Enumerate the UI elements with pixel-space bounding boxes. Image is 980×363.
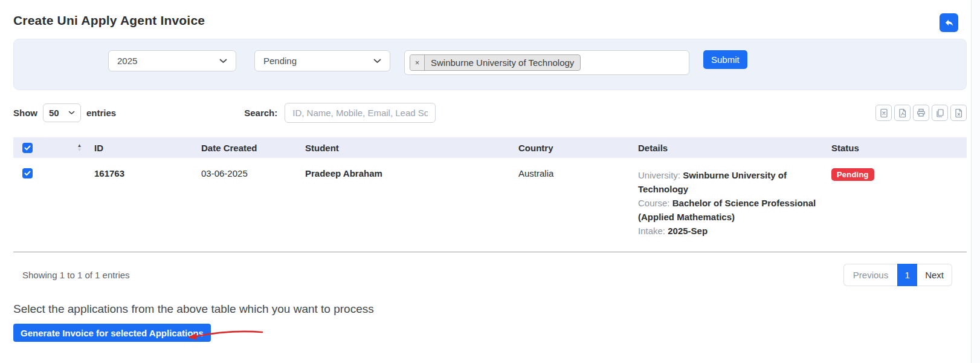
cell-date-created: 03-06-2025	[196, 158, 300, 252]
back-button[interactable]	[940, 13, 958, 32]
cell-details: University: Swinburne University of Tech…	[633, 158, 827, 252]
next-page-button[interactable]: Next	[917, 264, 952, 286]
university-multiselect[interactable]: × Swinburne University of Technology	[404, 50, 689, 75]
page-container: Create Uni Apply Agent Invoice 2025 Pend…	[0, 0, 980, 342]
page-right-edge	[971, 0, 980, 363]
entries-length-select[interactable]: 50	[43, 103, 81, 122]
table-controls-row: Show 50 entries Search:	[13, 103, 967, 123]
status-badge: Pending	[831, 168, 874, 181]
university-tag-label: Swinburne University of Technology	[425, 55, 580, 70]
detail-intake: Intake: 2025-Sep	[638, 224, 819, 238]
current-page-button[interactable]: 1	[897, 264, 917, 286]
row-checkbox[interactable]	[22, 168, 33, 178]
excel-file-icon	[880, 108, 888, 118]
check-icon	[24, 145, 31, 151]
chevron-down-icon	[373, 59, 381, 64]
export-pdf-button[interactable]	[894, 105, 911, 121]
title-row: Create Uni Apply Agent Invoice	[13, 0, 967, 32]
generate-invoice-button[interactable]: Generate Invoice for selected Applicatio…	[13, 324, 211, 342]
export-buttons-group	[875, 105, 967, 121]
year-select[interactable]: 2025	[108, 50, 236, 71]
header-status[interactable]: Status	[827, 137, 967, 158]
filter-bar: 2025 Pending × Swinburne University of T…	[13, 39, 967, 90]
detail-course: Course: Bachelor of Science Professional…	[638, 196, 819, 224]
table-footer-row: Showing 1 to 1 of 1 entries Previous 1 N…	[13, 264, 967, 286]
show-entries-group: Show 50 entries	[13, 103, 116, 122]
sort-control[interactable]: ▲ ▼	[74, 143, 85, 152]
cell-status: Pending	[827, 158, 967, 252]
export-copy-button[interactable]	[932, 105, 948, 121]
header-country[interactable]: Country	[514, 137, 633, 158]
sort-desc-icon: ▼	[77, 148, 82, 152]
printer-icon	[917, 108, 926, 117]
select-all-checkbox[interactable]	[22, 143, 33, 153]
export-excel-button[interactable]	[875, 105, 892, 121]
check-icon	[24, 171, 31, 176]
detail-university: University: Swinburne University of Tech…	[638, 168, 819, 196]
header-details[interactable]: Details	[633, 137, 827, 158]
entries-select-value: 50	[49, 108, 59, 118]
university-tag: × Swinburne University of Technology	[410, 54, 581, 71]
cell-id: 161763	[89, 158, 196, 252]
csv-file-icon	[955, 108, 963, 118]
applications-table: ▲ ▼ ID Date Created Student Country Deta…	[13, 137, 967, 252]
status-select[interactable]: Pending	[254, 50, 390, 71]
cell-country: Australia	[514, 158, 633, 252]
previous-page-button[interactable]: Previous	[843, 264, 897, 286]
entries-label: entries	[86, 108, 116, 118]
pagination: Previous 1 Next	[843, 264, 952, 286]
status-select-value: Pending	[263, 56, 297, 66]
search-group: Search:	[244, 103, 436, 123]
copy-icon	[935, 108, 944, 118]
search-input[interactable]	[285, 103, 436, 123]
header-id[interactable]: ID	[89, 137, 196, 158]
export-csv-button[interactable]	[950, 105, 967, 121]
select-applications-prompt: Select the applications from the above t…	[13, 302, 967, 316]
entries-summary: Showing 1 to 1 of 1 entries	[13, 270, 130, 280]
header-student[interactable]: Student	[300, 137, 514, 158]
chevron-down-icon	[68, 111, 75, 115]
page-title: Create Uni Apply Agent Invoice	[13, 13, 205, 28]
pdf-file-icon	[898, 108, 907, 118]
year-select-value: 2025	[117, 56, 137, 66]
table-header-row: ▲ ▼ ID Date Created Student Country Deta…	[13, 137, 967, 158]
cell-student: Pradeep Abraham	[300, 158, 514, 252]
tag-remove-icon[interactable]: ×	[410, 55, 425, 70]
search-label: Search:	[244, 108, 277, 118]
reply-arrow-icon	[944, 18, 954, 28]
show-label: Show	[13, 108, 37, 118]
header-date-created[interactable]: Date Created	[196, 137, 300, 158]
chevron-down-icon	[219, 59, 227, 64]
export-print-button[interactable]	[913, 105, 929, 121]
submit-button[interactable]: Submit	[703, 50, 747, 69]
table-row: 161763 03-06-2025 Pradeep Abraham Austra…	[13, 158, 967, 252]
